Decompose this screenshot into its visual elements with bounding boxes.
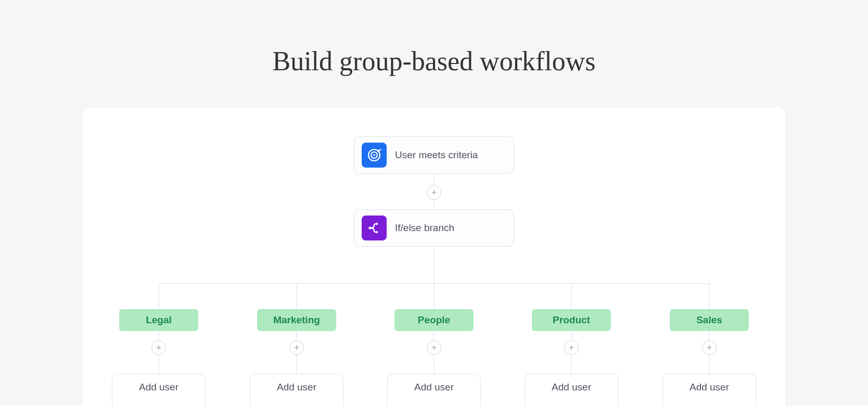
- connector-line: [159, 331, 159, 340]
- connector-line: [434, 355, 435, 374]
- branch-label-people[interactable]: People: [394, 309, 474, 331]
- action-node-add-user[interactable]: Add user: [662, 374, 756, 406]
- branch-label-product[interactable]: Product: [532, 309, 611, 331]
- condition-node[interactable]: If/else branch: [354, 209, 514, 247]
- action-label: Add user: [277, 382, 316, 392]
- page-title: Build group-based workflows: [0, 46, 868, 77]
- connector-line: [159, 283, 159, 309]
- connector-line: [709, 283, 710, 309]
- branch-name: Sales: [696, 314, 722, 326]
- connector-line: [709, 355, 710, 374]
- connector-line: [709, 331, 710, 340]
- connector-line: [434, 200, 435, 209]
- connector-line: [571, 283, 572, 309]
- connector-line: [571, 355, 572, 374]
- connector-line: [297, 355, 297, 374]
- action-label: Add user: [139, 382, 178, 392]
- workflow-canvas: User meets criteria + If/else branch Leg…: [82, 107, 786, 406]
- add-step-button[interactable]: +: [564, 340, 579, 355]
- branch-name: Legal: [146, 314, 172, 326]
- connector-line: [571, 331, 572, 340]
- branch-label-sales[interactable]: Sales: [670, 309, 749, 331]
- action-label: Add user: [690, 382, 729, 392]
- action-node-add-user[interactable]: Add user: [250, 374, 343, 406]
- trigger-label: User meets criteria: [395, 149, 478, 161]
- connector-line: [297, 331, 297, 340]
- action-node-add-user[interactable]: Add user: [387, 374, 481, 406]
- branch-label-marketing[interactable]: Marketing: [257, 309, 336, 331]
- connector-line: [434, 283, 435, 309]
- svg-point-2: [373, 154, 375, 156]
- branch-label-legal[interactable]: Legal: [119, 309, 198, 331]
- trigger-node[interactable]: User meets criteria: [354, 136, 514, 174]
- add-step-button[interactable]: +: [702, 340, 717, 355]
- action-node-add-user[interactable]: Add user: [112, 374, 206, 406]
- condition-label: If/else branch: [395, 222, 454, 234]
- target-icon: [362, 143, 387, 168]
- branch-icon: [362, 215, 387, 240]
- add-step-button[interactable]: +: [289, 340, 304, 355]
- branch-name: People: [418, 314, 450, 326]
- add-step-button[interactable]: +: [427, 185, 441, 200]
- connector-line: [434, 247, 435, 283]
- connector-line: [297, 283, 297, 309]
- branch-name: Product: [553, 314, 590, 326]
- action-label: Add user: [414, 382, 454, 392]
- branch-name: Marketing: [273, 314, 320, 326]
- add-step-button[interactable]: +: [151, 340, 166, 355]
- add-step-button[interactable]: +: [427, 340, 441, 355]
- action-node-add-user[interactable]: Add user: [525, 374, 618, 406]
- connector-line: [434, 174, 435, 185]
- connector-line: [159, 355, 159, 374]
- action-label: Add user: [552, 382, 591, 392]
- connector-line: [434, 331, 435, 340]
